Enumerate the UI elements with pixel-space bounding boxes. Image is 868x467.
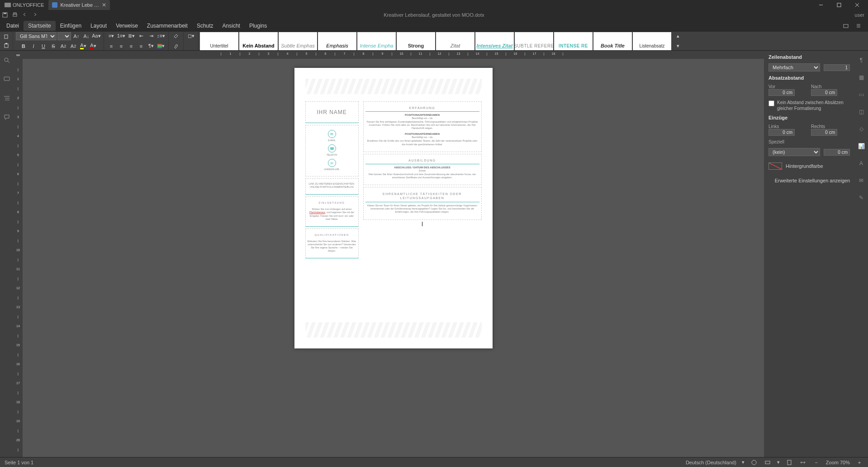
portfolio-link[interactable]: LINK ZU WEITEREN EIGENSCHAFTEN: ONLINE-P… — [308, 182, 356, 189]
volunteer-body[interactable]: Haben Sie ein Team für Ihren Verein gele… — [365, 204, 479, 214]
style-intzit[interactable]: Intensives Zitat — [475, 32, 514, 50]
exp1-title[interactable]: POSITION/UNTERNEHMEN — [365, 114, 479, 116]
paste-button[interactable] — [2, 42, 11, 50]
header-settings-icon[interactable]: ◫ — [856, 107, 866, 117]
style-zitat[interactable]: Zitat — [436, 32, 474, 50]
exp2-title[interactable]: POSITION/UNTERNEHMEN — [365, 133, 479, 135]
comments-icon[interactable] — [2, 74, 12, 84]
style-strong[interactable]: Strong — [397, 32, 435, 50]
minimize-button[interactable] — [812, 0, 830, 10]
signature-icon[interactable]: ✎ — [856, 193, 866, 203]
bullets-button[interactable]: ≡▾ — [107, 32, 116, 40]
skills-heading[interactable]: QUALIFIKATIONEN — [308, 232, 356, 238]
experience-heading[interactable]: ERFAHRUNG — [365, 105, 479, 112]
indent-right-input[interactable] — [811, 129, 837, 136]
align-center-button[interactable]: ≡ — [117, 42, 126, 50]
align-right-button[interactable]: ≡ — [127, 42, 136, 50]
fit-page-icon[interactable] — [785, 458, 793, 467]
insert-shape-button[interactable]: ◻▾ — [186, 32, 195, 40]
bold-button[interactable]: B — [19, 42, 28, 50]
indent-left-input[interactable] — [768, 129, 795, 136]
menu-verweise[interactable]: Verweise — [111, 21, 142, 31]
open-location-button[interactable] — [841, 21, 851, 31]
copy-button[interactable] — [2, 33, 11, 41]
increase-indent-button[interactable]: ⇥ — [147, 32, 156, 40]
zoom-in-button[interactable]: + — [855, 458, 863, 467]
shape-settings-icon[interactable]: ◇ — [856, 124, 866, 134]
clear-style-button[interactable] — [171, 32, 180, 40]
style-subtemph[interactable]: Subtle Emphas — [279, 32, 317, 50]
redo-button[interactable] — [30, 10, 40, 20]
style-more-button[interactable]: ▾ — [674, 42, 683, 50]
paragraph-settings-icon[interactable]: ¶ — [856, 55, 866, 65]
objective-heading[interactable]: ZIELSETZUNG — [308, 200, 356, 206]
style-listabs[interactable]: Listenabsatz — [633, 32, 671, 50]
spacing-before-input[interactable] — [768, 89, 795, 96]
menu-plugins[interactable]: Plugins — [245, 21, 271, 31]
style-emph[interactable]: Emphasis — [318, 32, 356, 50]
special-value-input[interactable] — [824, 149, 850, 156]
no-gap-checkbox[interactable]: Kein Abstand zwischen Absätzen gleicher … — [768, 100, 850, 111]
font-color-button[interactable]: A▾ — [89, 42, 98, 50]
subscript-button[interactable]: A2 — [69, 42, 78, 50]
font-name-select[interactable]: Gill Sans MT — [16, 32, 57, 40]
multilevel-button[interactable]: ≣▾ — [127, 32, 136, 40]
decrease-font-button[interactable]: A↓ — [82, 32, 91, 40]
style-untertitel[interactable]: Untertitel — [200, 32, 238, 50]
advanced-settings-link[interactable]: Erweiterte Einstellungen anzeigen — [768, 178, 850, 183]
style-intemph[interactable]: Intense Empha — [357, 32, 396, 50]
track-dropdown-icon[interactable]: ▾ — [777, 459, 780, 465]
copy-style-button[interactable] — [171, 42, 180, 50]
menu-schutz[interactable]: Schutz — [192, 21, 218, 31]
image-settings-icon[interactable]: ▭ — [856, 90, 866, 100]
edu-body[interactable]: Hier können Sie Ihren Notendurchschnitt … — [365, 173, 479, 179]
textart-settings-icon[interactable]: A — [856, 158, 866, 168]
zoom-out-button[interactable]: − — [812, 458, 821, 467]
line-spacing-button[interactable]: ↕≡▾ — [157, 32, 166, 40]
email-label[interactable]: E-MAIL — [308, 139, 356, 142]
style-booktit[interactable]: Book Title — [593, 32, 632, 50]
shading-button[interactable]: ▾ — [157, 42, 166, 50]
vertical-ruler[interactable]: |1|2|3|4|5|6|7|8|9|10|11|12|13|14|15|16|… — [14, 59, 23, 457]
chart-settings-icon[interactable]: 📊 — [856, 141, 866, 151]
exp2-dates[interactable]: Beschäftigt von – bis — [365, 136, 479, 138]
ruler-corner[interactable] — [14, 51, 23, 59]
bgcolor-swatch[interactable] — [768, 162, 782, 170]
settings-button[interactable] — [854, 21, 863, 31]
superscript-button[interactable]: A2 — [59, 42, 68, 50]
mail-merge-icon[interactable]: ✉ — [856, 176, 866, 186]
maximize-button[interactable] — [830, 0, 848, 10]
search-icon[interactable] — [2, 55, 12, 65]
feedback-icon[interactable] — [2, 112, 12, 122]
table-settings-icon[interactable]: ▦ — [856, 72, 866, 82]
linkedin-label[interactable]: LINKEDIN-URL — [308, 168, 356, 171]
align-left-button[interactable]: ≡ — [107, 42, 116, 50]
education-heading[interactable]: AUSBILDUNG — [365, 157, 479, 164]
exp1-body[interactable]: Fassen Sie Ihre wichtigsten Zuständigkei… — [365, 120, 479, 130]
underline-button[interactable]: U — [39, 42, 48, 50]
page-indicator[interactable]: Seite 1 von 1 — [5, 460, 33, 465]
save-button[interactable] — [0, 10, 10, 20]
nonprinting-button[interactable]: ¶▾ — [147, 42, 156, 50]
line-spacing-value[interactable] — [824, 64, 850, 71]
style-subref[interactable]: SUBTLE REFERE — [515, 32, 553, 50]
menu-datei[interactable]: Datei — [2, 21, 24, 31]
justify-button[interactable]: ≡ — [137, 42, 146, 50]
objective-body[interactable]: Klicken Sie zum Anfangen auf einen Platz… — [308, 208, 356, 221]
numbering-button[interactable]: 1≡▾ — [117, 32, 126, 40]
edu-degree[interactable]: ABSCHLUSS / DATUM DES ABSCHLUSSES — [365, 166, 479, 169]
menu-einfügen[interactable]: Einfügen — [56, 21, 86, 31]
change-case-button[interactable]: Aa▾ — [92, 32, 101, 40]
resume-name[interactable]: IHR NAME — [308, 105, 356, 120]
spellcheck-icon[interactable] — [750, 458, 758, 467]
menu-ansicht[interactable]: Ansicht — [218, 21, 245, 31]
close-tab-icon[interactable]: ✕ — [102, 2, 106, 8]
style-intref[interactable]: INTENSE RE — [554, 32, 593, 50]
line-spacing-mode[interactable]: Mehrfach — [768, 63, 820, 71]
font-size-select[interactable]: 11 — [57, 32, 71, 40]
zoom-level[interactable]: Zoom 70% — [826, 460, 850, 465]
style-noabs[interactable]: Kein Abstand — [239, 32, 278, 50]
volunteer-heading[interactable]: EHRENAMTLICHE TÄTIGKEITEN ODER LEITUNGSA… — [365, 190, 479, 202]
page-area[interactable]: IHR NAME ✉ E-MAIL ☎ TELEFON in LINKEDIN-… — [23, 59, 764, 457]
menu-zusammenarbeit[interactable]: Zusammenarbeit — [142, 21, 192, 31]
